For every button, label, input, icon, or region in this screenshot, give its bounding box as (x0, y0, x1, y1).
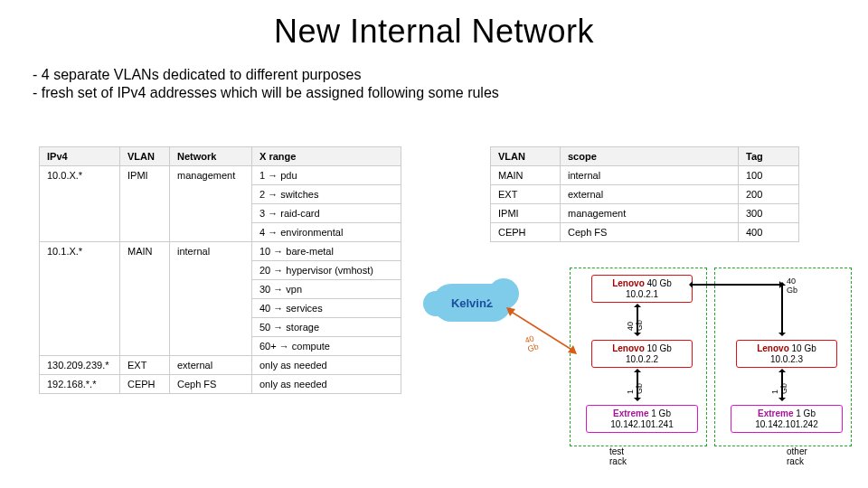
svg-marker-2 (568, 345, 577, 354)
link-label: 40 Gb (626, 320, 644, 331)
link-label: 40 Gb (787, 277, 797, 295)
table-header-row: IPv4 VLAN Network X range (40, 147, 401, 166)
switch-node: Lenovo 40 Gb10.0.2.1 (591, 275, 693, 303)
col-vlan: VLAN (120, 147, 170, 166)
slide: New Internal Network 4 separate VLANs de… (0, 0, 868, 488)
switch-node: Lenovo 10 Gb10.0.2.2 (591, 340, 693, 368)
rack-other-label: other rack (787, 446, 807, 466)
ipv4-table: IPv4 VLAN Network X range 10.0.X.*IPMIma… (39, 146, 401, 394)
col-ipv4: IPv4 (40, 147, 120, 166)
table-row: 10.0.X.*IPMImanagement1 → pdu (40, 166, 401, 185)
table-row: MAINinternal100 (491, 166, 799, 185)
col-tag: Tag (739, 147, 799, 166)
link-label: 1 Gb (626, 383, 644, 394)
vlan-table: VLAN scope Tag MAINinternal100 EXTextern… (490, 146, 799, 242)
switch-node: Extreme 1 Gb10.142.101.242 (731, 405, 843, 433)
arrow-icon (781, 284, 783, 334)
slide-title: New Internal Network (0, 13, 868, 51)
switch-node: Extreme 1 Gb10.142.101.241 (586, 405, 698, 433)
table-header-row: VLAN scope Tag (491, 147, 799, 166)
col-scope: scope (561, 147, 739, 166)
table-row: IPMImanagement300 (491, 204, 799, 223)
col-xrange: X range (252, 147, 401, 166)
svg-line-0 (510, 311, 573, 351)
bullet-item: 4 separate VLANs dedicated to different … (33, 67, 868, 83)
cloud-label: Kelvin2 (451, 296, 493, 310)
col-network: Network (170, 147, 252, 166)
bullet-list: 4 separate VLANs dedicated to different … (33, 67, 868, 101)
bullet-item: fresh set of IPv4 addresses which will b… (33, 85, 868, 101)
arrow-icon (506, 307, 579, 361)
cloud-icon: Kelvin2 (432, 284, 512, 322)
table-row: EXTexternal200 (491, 185, 799, 204)
rack-test-label: test rack (609, 446, 627, 466)
col-vlan: VLAN (491, 147, 561, 166)
table-row: CEPHCeph FS400 (491, 223, 799, 242)
switch-node: Lenovo 10 Gb10.0.2.3 (736, 340, 837, 368)
link-label: 1 Gb (770, 383, 788, 394)
table-row: 192.168.*.*CEPHCeph FSonly as needed (40, 375, 401, 394)
table-row: 130.209.239.*EXTexternalonly as needed (40, 356, 401, 375)
arrow-icon (691, 284, 781, 286)
svg-marker-1 (506, 307, 515, 316)
table-row: 10.1.X.*MAINinternal10 → bare-metal (40, 242, 401, 261)
